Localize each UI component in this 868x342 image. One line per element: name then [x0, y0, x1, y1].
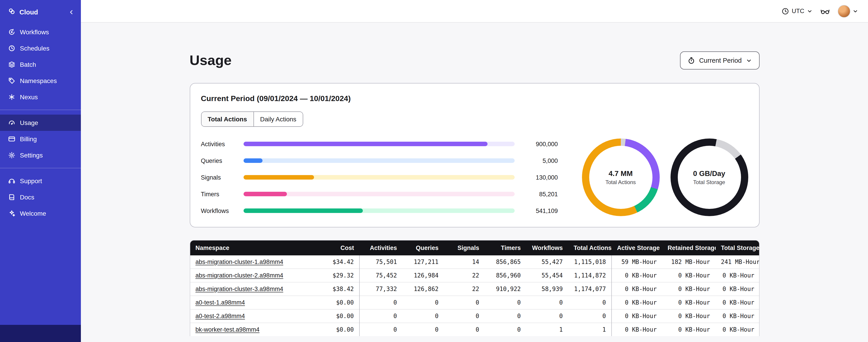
sidebar-collapse-button[interactable] — [68, 9, 74, 15]
table-cell: 126,984 — [402, 269, 444, 282]
tab-daily-actions[interactable]: Daily Actions — [253, 112, 303, 126]
table-cell: $0.00 — [316, 296, 360, 309]
namespace-link[interactable]: abs-migration-cluster-2.a98mm4 — [195, 272, 283, 279]
table-cell: 0 — [568, 296, 612, 309]
bar-value: 85,201 — [520, 191, 558, 197]
table-cell: 0 — [402, 309, 444, 323]
table-cell: 0 KB-Hour — [612, 269, 662, 282]
sidebar-item-support[interactable]: Support — [0, 173, 81, 189]
table-row: a0-test-1.a98mm4$0.000000000 KB-Hour0 KB… — [190, 296, 759, 309]
donut-center: 4.7 MMTotal Actions — [589, 146, 652, 209]
sidebar-item-label: Billing — [20, 135, 37, 143]
workflows-icon — [8, 28, 16, 36]
column-header-cost: Cost — [316, 240, 360, 255]
bar-label: Timers — [201, 191, 238, 197]
table-cell: 0 KB-Hour — [662, 282, 715, 296]
donut-value: 4.7 MM — [609, 169, 633, 177]
stopwatch-icon — [688, 57, 695, 64]
tab-total-actions[interactable]: Total Actions — [201, 112, 253, 126]
donut-label: Total Actions — [606, 179, 636, 185]
column-header-namespace: Namespace — [190, 240, 316, 255]
chevron-down-icon — [807, 8, 812, 14]
bar-label: Workflows — [201, 207, 238, 214]
table-header-row: NamespaceCostActivitiesQueriesSignalsTim… — [190, 240, 759, 255]
donut-total-storage: 0 GB/DayTotal Storage — [670, 138, 748, 216]
sidebar-item-welcome[interactable]: Welcome — [0, 205, 81, 221]
sidebar-item-settings[interactable]: Settings — [0, 147, 81, 163]
brand-label: Cloud — [20, 8, 38, 15]
period-selector-button[interactable]: Current Period — [680, 52, 759, 69]
table-row: a0-test-2.a98mm4$0.000000000 KB-Hour0 KB… — [190, 309, 759, 323]
namespace-usage-table: NamespaceCostActivitiesQueriesSignalsTim… — [190, 240, 759, 336]
feedback-button[interactable] — [820, 7, 830, 15]
namespace-link[interactable]: a0-test-2.a98mm4 — [195, 313, 245, 319]
bar-fill — [243, 142, 487, 146]
table-cell: 1 — [568, 323, 612, 336]
table-cell: 14 — [444, 255, 485, 269]
table-cell: 0 KB-Hour — [612, 296, 662, 309]
sidebar-item-namespaces[interactable]: Namespaces — [0, 73, 81, 89]
sidebar-item-billing[interactable]: Billing — [0, 131, 81, 147]
table-cell: 856,960 — [485, 269, 526, 282]
sidebar: Cloud WorkflowsSchedulesBatchNamespacesN… — [0, 0, 81, 342]
table-cell: 22 — [444, 282, 485, 296]
namespace-link[interactable]: abs-migration-cluster-3.a98mm4 — [195, 285, 283, 293]
table-cell: 0 — [485, 323, 526, 336]
table-cell: 241 MB-Hour — [715, 255, 759, 269]
table-cell: 0 KB-Hour — [662, 296, 715, 309]
bar-row-timers: Timers85,201 — [201, 189, 576, 199]
page-title: Usage — [190, 52, 231, 69]
table-cell: 910,922 — [485, 282, 526, 296]
bar-value: 900,000 — [520, 141, 558, 147]
column-header-queries: Queries — [402, 240, 444, 255]
table-cell: 0 KB-Hour — [662, 309, 715, 323]
sidebar-item-label: Batch — [20, 61, 36, 68]
namespace-cell: abs-migration-cluster-1.a98mm4 — [190, 255, 316, 269]
sidebar-item-nexus[interactable]: Nexus — [0, 89, 81, 105]
sidebar-item-workflows[interactable]: Workflows — [0, 24, 81, 40]
namespace-link[interactable]: abs-migration-cluster-1.a98mm4 — [195, 259, 283, 265]
namespace-cell: abs-migration-cluster-2.a98mm4 — [190, 269, 316, 282]
timezone-selector[interactable]: UTC — [782, 7, 813, 15]
table-cell: 0 KB-Hour — [715, 323, 759, 336]
table-cell: 0 — [402, 323, 444, 336]
page-content: Usage Current Period Current Period (09/… — [81, 23, 868, 342]
sidebar-item-usage[interactable]: Usage — [0, 114, 81, 131]
sidebar-item-schedules[interactable]: Schedules — [0, 40, 81, 57]
namespace-cell: abs-migration-cluster-3.a98mm4 — [190, 282, 316, 296]
table-cell: $38.42 — [316, 282, 360, 296]
bar-label: Queries — [201, 157, 238, 164]
table-cell: 1,174,077 — [568, 282, 612, 296]
sidebar-nav: WorkflowsSchedulesBatchNamespacesNexusUs… — [0, 24, 81, 221]
sidebar-item-label: Namespaces — [20, 77, 57, 84]
table-cell: 0 KB-Hour — [612, 323, 662, 336]
column-header-total-storage: Total Storage — [715, 240, 759, 255]
usage-donut-charts: 4.7 MMTotal Actions0 GB/DayTotal Storage — [582, 138, 748, 216]
account-menu[interactable] — [838, 5, 858, 18]
chevron-left-icon — [68, 9, 74, 15]
bar-value: 541,109 — [520, 207, 558, 214]
app-root: Cloud WorkflowsSchedulesBatchNamespacesN… — [0, 0, 868, 342]
namespace-link[interactable]: a0-test-1.a98mm4 — [195, 299, 245, 306]
column-header-signals: Signals — [444, 240, 485, 255]
bar-value: 5,000 — [520, 157, 558, 164]
bar-value: 130,000 — [520, 174, 558, 181]
table-cell: 22 — [444, 269, 485, 282]
sidebar-item-batch[interactable]: Batch — [0, 57, 81, 73]
table-cell: 0 KB-Hour — [715, 309, 759, 323]
table-row: abs-migration-cluster-3.a98mm4$38.4277,3… — [190, 282, 759, 296]
bar-label: Activities — [201, 141, 238, 147]
period-selector-label: Current Period — [699, 57, 742, 64]
namespace-link[interactable]: bk-worker-test.a98mm4 — [195, 326, 259, 333]
namespaces-icon — [8, 77, 16, 84]
donut-value: 0 GB/Day — [693, 169, 725, 177]
support-icon — [8, 177, 16, 184]
table-cell: 0 — [526, 296, 568, 309]
table-cell: 58,939 — [526, 282, 568, 296]
settings-icon — [8, 151, 16, 159]
table-cell: 75,452 — [360, 269, 402, 282]
bar-row-workflows: Workflows541,109 — [201, 206, 576, 216]
main-area: UTC Usage Current Period — [81, 0, 868, 342]
sidebar-item-docs[interactable]: Docs — [0, 189, 81, 205]
table-cell: 0 KB-Hour — [612, 282, 662, 296]
